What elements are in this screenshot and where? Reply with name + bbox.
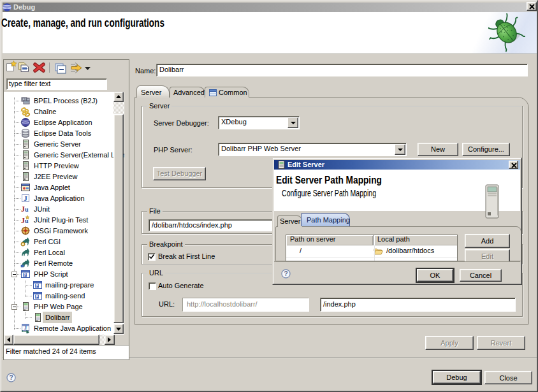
- svg-text:P: P: [36, 284, 39, 288]
- svg-text:P: P: [36, 294, 39, 299]
- svg-text:J: J: [24, 194, 27, 202]
- svg-text:P: P: [24, 273, 27, 277]
- svg-text:?: ?: [9, 374, 13, 381]
- svg-text:?: ?: [284, 270, 287, 277]
- svg-text:u: u: [25, 206, 29, 213]
